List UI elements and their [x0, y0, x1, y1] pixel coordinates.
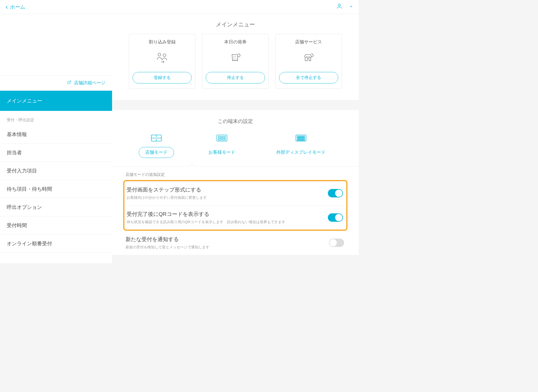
customer-mode-icon — [202, 133, 242, 143]
ticket-refresh-icon — [206, 50, 265, 66]
external-link-icon — [67, 80, 72, 85]
sidebar-item-reception-hours[interactable]: 受付時間 — [0, 216, 112, 235]
svg-rect-25 — [303, 139, 305, 141]
store-detail-label: 店舗詳細ページ — [74, 80, 105, 85]
svg-rect-9 — [219, 136, 221, 138]
register-button[interactable]: 登録する — [133, 72, 192, 83]
toggle-step-form[interactable] — [328, 189, 343, 197]
toggle-knob — [335, 214, 342, 221]
setting-desc: お客様向けの分かりやすい受付画面に変更します — [127, 195, 328, 200]
svg-rect-15 — [299, 136, 301, 137]
mode-tabs: 店舗モード お客様モード 外部デ — [112, 133, 359, 166]
main-content: メインメニュー 割り込み登録 登録する 本日の発券 — [112, 14, 359, 263]
svg-rect-24 — [301, 139, 303, 141]
sidebar-item-basic-info[interactable]: 基本情報 — [0, 125, 112, 144]
sidebar-item-call-options[interactable]: 呼出オプション — [0, 198, 112, 216]
main-menu-panel: メインメニュー 割り込み登録 登録する 本日の発券 — [112, 14, 359, 100]
stop-all-button[interactable]: 全て停止する — [279, 72, 338, 83]
svg-line-1 — [69, 81, 70, 83]
header-right — [336, 3, 353, 11]
card-title: 本日の発券 — [206, 39, 265, 45]
tab-external-display-mode[interactable]: 外部ディスプレイモード — [270, 133, 332, 158]
svg-rect-16 — [301, 136, 303, 137]
chevron-down-icon[interactable] — [349, 4, 353, 9]
setting-title: 受付完了後にQRコードを表示する — [127, 211, 328, 218]
sidebar-item-main-menu[interactable]: メインメニュー — [0, 91, 112, 111]
people-exchange-icon — [133, 50, 192, 66]
sidebar-item-input-items[interactable]: 受付入力項目 — [0, 162, 112, 180]
subsection-label: 店舗モードの追加設定 — [112, 166, 359, 180]
home-label: ホーム — [10, 4, 25, 10]
sidebar-item-staff[interactable]: 担当者 — [0, 144, 112, 162]
external-display-icon — [270, 133, 332, 143]
tab-store-mode[interactable]: 店舗モード — [139, 133, 174, 158]
tab-customer-mode[interactable]: お客様モード — [202, 133, 242, 158]
svg-rect-20 — [301, 138, 303, 139]
svg-point-2 — [158, 53, 161, 56]
svg-point-0 — [338, 4, 340, 6]
sidebar-item-online-queue[interactable]: オンライン順番受付 — [0, 235, 112, 253]
card-title: 店舗サービス — [279, 39, 338, 45]
sidebar-item-wait-items[interactable]: 待ち項目・待ち時間 — [0, 180, 112, 198]
svg-rect-12 — [222, 139, 225, 140]
store-detail-link[interactable]: 店舗詳細ページ — [0, 76, 112, 91]
svg-point-3 — [163, 54, 166, 57]
toggle-knob — [335, 190, 342, 197]
svg-rect-11 — [219, 139, 221, 140]
mode-label: 外部ディスプレイモード — [270, 147, 332, 158]
device-settings-title: この端末の設定 — [112, 118, 359, 125]
svg-rect-10 — [222, 136, 225, 138]
chevron-left-icon: ‹ — [6, 3, 8, 11]
plain-settings: 新たな受付を通知する 新規の受付を検知して音とメッセージで通知します — [112, 231, 359, 255]
setting-title: 受付画面をステップ形式にする — [127, 186, 328, 193]
toggle-qr-code[interactable] — [328, 213, 343, 222]
card-interrupt-register: 割り込み登録 登録する — [129, 34, 195, 89]
card-title: 割り込み登録 — [133, 39, 192, 45]
mode-label: 店舗モード — [139, 147, 174, 158]
svg-rect-19 — [299, 138, 301, 139]
setting-desc: 待ち状況を確認できる読み取り用のQRコードを表示します 読み取れない場合は発券も… — [127, 220, 328, 225]
action-cards: 割り込み登録 登録する 本日の発券 — [112, 34, 359, 100]
setting-notify-new: 新たな受付を通知する 新規の受付を検知して音とメッセージで通知します — [112, 231, 359, 255]
main-menu-title: メインメニュー — [112, 14, 359, 34]
svg-rect-22 — [297, 139, 299, 141]
setting-step-form: 受付画面をステップ形式にする お客様向けの分かりやすい受付画面に変更します — [124, 181, 346, 206]
sidebar-section-label: 受付・呼出設定 — [0, 111, 112, 125]
user-icon[interactable] — [336, 3, 342, 11]
card-today-ticket: 本日の発券 停止する — [202, 34, 268, 89]
mode-label: お客様モード — [202, 147, 242, 158]
app-header: ‹ ホーム — [0, 0, 359, 14]
setting-qr-code: 受付完了後にQRコードを表示する 待ち状況を確認できる読み取り用のQRコードを表… — [124, 206, 346, 230]
back-button[interactable]: ‹ ホーム — [6, 3, 25, 11]
svg-rect-14 — [297, 136, 299, 137]
highlighted-settings: 受付画面をステップ形式にする お客様向けの分かりやすい受付画面に変更します 受付… — [123, 180, 347, 231]
setting-title: 新たな受付を通知する — [126, 236, 329, 243]
svg-rect-17 — [303, 136, 305, 137]
toggle-knob — [330, 239, 337, 246]
svg-rect-18 — [297, 138, 299, 139]
toggle-notify-new[interactable] — [329, 239, 344, 247]
svg-rect-23 — [299, 139, 301, 141]
stop-button[interactable]: 停止する — [206, 72, 265, 83]
svg-rect-21 — [303, 138, 305, 139]
store-mode-icon — [139, 133, 174, 143]
device-settings-panel: この端末の設定 店舗モード お客様モード — [112, 110, 359, 255]
card-store-service: 店舗サービス 全て停止する — [275, 34, 342, 89]
setting-desc: 新規の受付を検知して音とメッセージで通知します — [126, 245, 329, 250]
store-refresh-icon — [279, 50, 338, 66]
sidebar: 店舗詳細ページ メインメニュー 受付・呼出設定 基本情報 担当者 受付入力項目 … — [0, 14, 112, 263]
sidebar-logo-area — [0, 14, 112, 76]
